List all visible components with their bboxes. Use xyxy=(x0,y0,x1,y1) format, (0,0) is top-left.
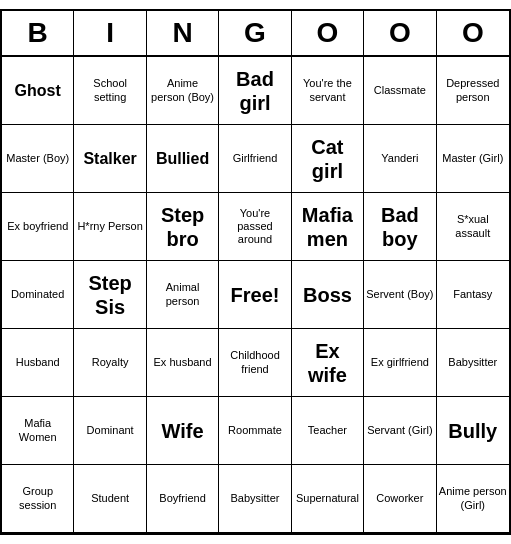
bingo-grid: GhostSchool settingAnime person (Boy)Bad… xyxy=(2,57,509,533)
bingo-cell[interactable]: Group session xyxy=(2,465,74,533)
bingo-cell[interactable]: Roommate xyxy=(219,397,291,465)
cell-label: Cat girl xyxy=(294,135,361,183)
cell-label: Babysitter xyxy=(448,356,497,369)
cell-label: Bad girl xyxy=(221,67,288,115)
bingo-cell[interactable]: Ex girlfriend xyxy=(364,329,436,397)
bingo-cell[interactable]: Husband xyxy=(2,329,74,397)
bingo-cell[interactable]: Mafia men xyxy=(292,193,364,261)
cell-label: Stalker xyxy=(83,149,136,168)
header-letter: O xyxy=(364,11,436,55)
cell-label: Royalty xyxy=(92,356,129,369)
bingo-cell[interactable]: Boyfriend xyxy=(147,465,219,533)
cell-label: Teacher xyxy=(308,424,347,437)
bingo-cell[interactable]: Step Sis xyxy=(74,261,146,329)
bingo-cell[interactable]: Boss xyxy=(292,261,364,329)
cell-label: Ex husband xyxy=(154,356,212,369)
cell-label: Bad boy xyxy=(366,203,433,251)
cell-label: Mafia men xyxy=(294,203,361,251)
bingo-cell[interactable]: Bad boy xyxy=(364,193,436,261)
header-letter: O xyxy=(292,11,364,55)
cell-label: Bullied xyxy=(156,149,209,168)
cell-label: Supernatural xyxy=(296,492,359,505)
bingo-cell[interactable]: Dominant xyxy=(74,397,146,465)
bingo-cell[interactable]: You're passed around xyxy=(219,193,291,261)
cell-label: Mafia Women xyxy=(4,417,71,443)
header-letter: I xyxy=(74,11,146,55)
cell-label: Girlfriend xyxy=(233,152,278,165)
cell-label: Dominated xyxy=(11,288,64,301)
cell-label: Master (Girl) xyxy=(442,152,503,165)
bingo-cell[interactable]: Childhood friend xyxy=(219,329,291,397)
bingo-cell[interactable]: Servent (Boy) xyxy=(364,261,436,329)
bingo-cell[interactable]: Anime person (Boy) xyxy=(147,57,219,125)
bingo-cell[interactable]: Classmate xyxy=(364,57,436,125)
cell-label: Coworker xyxy=(376,492,423,505)
cell-label: Step Sis xyxy=(76,271,143,319)
bingo-cell[interactable]: You're the servant xyxy=(292,57,364,125)
bingo-cell[interactable]: Bully xyxy=(437,397,509,465)
cell-label: Roommate xyxy=(228,424,282,437)
bingo-cell[interactable]: Ex husband xyxy=(147,329,219,397)
cell-label: Free! xyxy=(231,283,280,307)
bingo-cell[interactable]: Fantasy xyxy=(437,261,509,329)
bingo-cell[interactable]: Supernatural xyxy=(292,465,364,533)
bingo-cell[interactable]: Student xyxy=(74,465,146,533)
bingo-cell[interactable]: Master (Girl) xyxy=(437,125,509,193)
bingo-cell[interactable]: Step bro xyxy=(147,193,219,261)
bingo-cell[interactable]: Bad girl xyxy=(219,57,291,125)
cell-label: Step bro xyxy=(149,203,216,251)
bingo-cell[interactable]: Teacher xyxy=(292,397,364,465)
cell-label: You're passed around xyxy=(221,207,288,247)
bingo-cell[interactable]: Animal person xyxy=(147,261,219,329)
bingo-cell[interactable]: Bullied xyxy=(147,125,219,193)
bingo-cell[interactable]: Master (Boy) xyxy=(2,125,74,193)
bingo-header: BINGOOO xyxy=(2,11,509,57)
bingo-cell[interactable]: Coworker xyxy=(364,465,436,533)
bingo-cell[interactable]: Free! xyxy=(219,261,291,329)
cell-label: Servent (Boy) xyxy=(366,288,433,301)
cell-label: Dominant xyxy=(87,424,134,437)
cell-label: Childhood friend xyxy=(221,349,288,375)
bingo-cell[interactable]: Royalty xyxy=(74,329,146,397)
bingo-cell[interactable]: Babysitter xyxy=(219,465,291,533)
bingo-cell[interactable]: Ex wife xyxy=(292,329,364,397)
cell-label: Yanderi xyxy=(381,152,418,165)
header-letter: B xyxy=(2,11,74,55)
bingo-cell[interactable]: Depressed person xyxy=(437,57,509,125)
bingo-cell[interactable]: Stalker xyxy=(74,125,146,193)
cell-label: Ghost xyxy=(15,81,61,100)
bingo-cell[interactable]: H*rny Person xyxy=(74,193,146,261)
bingo-cell[interactable]: Cat girl xyxy=(292,125,364,193)
cell-label: School setting xyxy=(76,77,143,103)
bingo-cell[interactable]: Wife xyxy=(147,397,219,465)
cell-label: Ex girlfriend xyxy=(371,356,429,369)
bingo-cell[interactable]: Yanderi xyxy=(364,125,436,193)
cell-label: Depressed person xyxy=(439,77,507,103)
bingo-cell[interactable]: Ghost xyxy=(2,57,74,125)
bingo-cell[interactable]: Ex boyfriend xyxy=(2,193,74,261)
cell-label: Babysitter xyxy=(231,492,280,505)
bingo-cell[interactable]: School setting xyxy=(74,57,146,125)
bingo-cell[interactable]: Dominated xyxy=(2,261,74,329)
bingo-cell[interactable]: Servant (Girl) xyxy=(364,397,436,465)
bingo-cell[interactable]: Babysitter xyxy=(437,329,509,397)
cell-label: Student xyxy=(91,492,129,505)
cell-label: Ex boyfriend xyxy=(7,220,68,233)
cell-label: You're the servant xyxy=(294,77,361,103)
bingo-cell[interactable]: Mafia Women xyxy=(2,397,74,465)
cell-label: Husband xyxy=(16,356,60,369)
cell-label: S*xual assault xyxy=(439,213,507,239)
cell-label: Fantasy xyxy=(453,288,492,301)
cell-label: Servant (Girl) xyxy=(367,424,432,437)
cell-label: Boss xyxy=(303,283,352,307)
bingo-cell[interactable]: Anime person (Girl) xyxy=(437,465,509,533)
cell-label: Wife xyxy=(162,419,204,443)
bingo-cell[interactable]: S*xual assault xyxy=(437,193,509,261)
bingo-cell[interactable]: Girlfriend xyxy=(219,125,291,193)
header-letter: G xyxy=(219,11,291,55)
bingo-card: BINGOOO GhostSchool settingAnime person … xyxy=(0,9,511,535)
cell-label: Group session xyxy=(4,485,71,511)
cell-label: Master (Boy) xyxy=(6,152,69,165)
cell-label: Ex wife xyxy=(294,339,361,387)
cell-label: Anime person (Boy) xyxy=(149,77,216,103)
